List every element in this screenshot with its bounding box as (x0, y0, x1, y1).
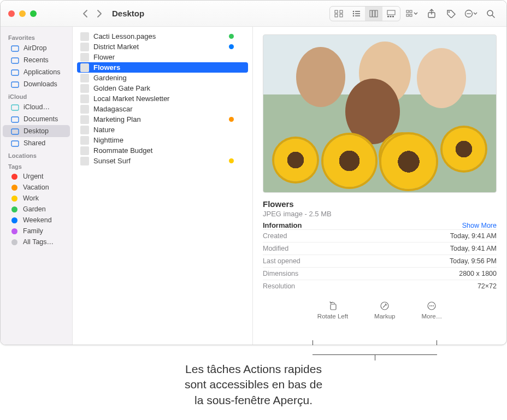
file-name-label: Local Market Newsletter (93, 94, 245, 103)
sidebar-item-tag-weekend[interactable]: Weekend (3, 215, 70, 226)
file-icon (80, 63, 89, 72)
file-name-label: Golden Gate Park (93, 84, 245, 92)
actions-button[interactable] (463, 7, 479, 21)
view-columns-button[interactable] (365, 7, 382, 21)
svg-rect-5 (355, 11, 360, 12)
svg-rect-18 (410, 10, 412, 13)
quick-action-markup[interactable]: Markup (374, 301, 395, 320)
view-list-button[interactable] (347, 7, 365, 21)
chevron-right-icon (96, 9, 102, 18)
tag-dot-icon (11, 228, 17, 234)
window-controls (1, 10, 73, 17)
sidebar-item-tag-urgent[interactable]: Urgent (3, 171, 70, 182)
file-column: Cacti Lesson.pagesDistrict MarketFlowerF… (73, 27, 253, 345)
file-tag-dot-icon (229, 34, 234, 39)
sidebar: FavoritesAirDropRecentsApplicationsDownl… (1, 27, 73, 345)
tag-dot-icon (11, 196, 17, 202)
file-row-sunset[interactable]: Sunset Surf (77, 156, 248, 166)
shared-icon (10, 139, 19, 147)
sidebar-item-label: iCloud… (23, 103, 50, 111)
sidebar-item-icloud-drive[interactable]: iCloud… (3, 101, 70, 113)
close-window-button[interactable] (8, 10, 15, 17)
desktop-icon (10, 127, 19, 135)
file-row-nighttime[interactable]: Nighttime (77, 135, 248, 145)
info-key: Modified (263, 245, 288, 252)
sidebar-item-recents[interactable]: Recents (3, 54, 70, 66)
file-row-marketing[interactable]: Marketing Plan (77, 114, 248, 125)
svg-rect-33 (11, 117, 19, 122)
file-name-label: Nature (93, 126, 245, 134)
file-tag-dot-icon (229, 158, 234, 163)
gallery-icon (387, 10, 396, 17)
svg-rect-1 (340, 10, 343, 13)
minimize-window-button[interactable] (19, 10, 26, 17)
quick-action-more[interactable]: More… (421, 301, 442, 320)
sidebar-item-label: Vacation (23, 184, 49, 191)
sidebar-item-tag-vacation[interactable]: Vacation (3, 182, 70, 193)
sidebar-item-tag-all[interactable]: All Tags… (3, 236, 70, 247)
svg-rect-0 (335, 10, 338, 13)
sidebar-item-label: All Tags… (23, 238, 54, 246)
svg-rect-13 (387, 10, 395, 15)
sidebar-item-label: Recents (23, 56, 49, 64)
group-icon (406, 9, 418, 18)
quick-action-rotate-left[interactable]: Rotate Left (317, 301, 348, 320)
info-key: Resolution (263, 282, 295, 290)
tags-button[interactable] (443, 7, 459, 21)
downloads-icon (10, 80, 19, 88)
callout-text: Les tâches Actions rapides sont accessib… (0, 362, 507, 408)
svg-rect-20 (410, 14, 412, 16)
info-key: Last opened (263, 257, 300, 265)
svg-point-25 (468, 13, 469, 14)
tag-dot-icon (11, 174, 17, 180)
tag-dot-icon (11, 239, 17, 245)
sidebar-item-label: AirDrop (23, 44, 46, 52)
list-icon (352, 10, 361, 17)
file-row-gardening[interactable]: Gardening (77, 73, 248, 83)
clock-icon (10, 56, 19, 64)
info-value: 72×72 (477, 282, 497, 290)
file-row-nature[interactable]: Nature (77, 125, 248, 135)
titlebar: Desktop (1, 1, 506, 27)
sidebar-item-shared[interactable]: Shared (3, 137, 70, 149)
view-icons-button[interactable] (330, 7, 347, 21)
doc-icon (10, 115, 19, 123)
file-row-ggp[interactable]: Golden Gate Park (77, 83, 248, 93)
sidebar-item-documents[interactable]: Documents (3, 113, 70, 125)
sidebar-item-downloads[interactable]: Downloads (3, 78, 70, 90)
share-button[interactable] (423, 7, 440, 21)
quick-action-label: More… (421, 313, 442, 320)
file-row-district[interactable]: District Market (77, 42, 248, 52)
view-gallery-button[interactable] (382, 7, 400, 21)
file-row-flower[interactable]: Flower (77, 52, 248, 62)
group-by-button[interactable] (404, 7, 420, 21)
file-row-newsletter[interactable]: Local Market Newsletter (77, 93, 248, 104)
sidebar-item-desktop[interactable]: Desktop (3, 125, 70, 137)
svg-rect-31 (11, 82, 19, 87)
nav-back-button[interactable] (82, 9, 89, 18)
svg-rect-2 (335, 14, 338, 17)
svg-rect-15 (390, 16, 392, 17)
nav-forward-button[interactable] (96, 9, 102, 18)
file-row-madagascar[interactable]: Madagascar (77, 104, 248, 114)
preview-info-heading: Information (263, 221, 302, 229)
sidebar-item-tag-work[interactable]: Work (3, 193, 70, 204)
sidebar-item-applications[interactable]: Applications (3, 66, 70, 78)
svg-point-26 (470, 13, 471, 14)
file-name-label: Cacti Lesson.pages (93, 32, 225, 40)
search-button[interactable] (482, 7, 499, 21)
zoom-window-button[interactable] (30, 10, 37, 17)
sidebar-item-tag-family[interactable]: Family (3, 226, 70, 236)
info-row: Resolution72×72 (263, 280, 497, 292)
sidebar-item-airdrop[interactable]: AirDrop (3, 42, 70, 54)
sidebar-item-label: Desktop (23, 127, 49, 135)
file-row-cacti[interactable]: Cacti Lesson.pages (77, 31, 248, 42)
file-row-flowers[interactable]: Flowers (77, 62, 248, 73)
file-name-label: Gardening (93, 74, 245, 82)
sidebar-item-tag-garden[interactable]: Garden (3, 204, 70, 215)
preview-show-more-link[interactable]: Show More (462, 222, 497, 229)
file-icon (80, 115, 89, 124)
file-row-roommate[interactable]: Roommate Budget (77, 145, 248, 156)
file-name-label: Roommate Budget (93, 146, 245, 155)
info-key: Created (263, 232, 287, 240)
